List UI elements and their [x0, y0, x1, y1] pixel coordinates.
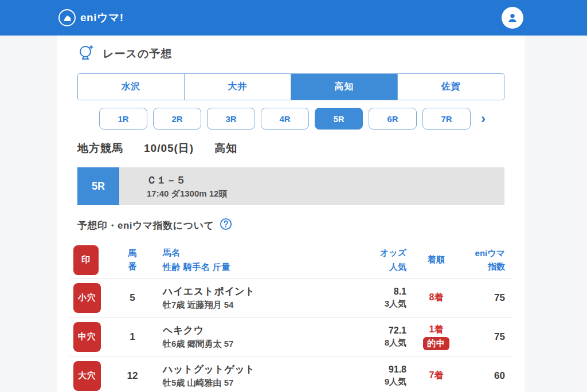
- finish-position: 1着: [429, 324, 444, 336]
- race-track: 高知: [214, 141, 237, 156]
- race-banner: 5R Ｃ１－５ 17:40 ダ1300m 12頭: [77, 167, 504, 205]
- odds-value: 91.8: [349, 364, 406, 375]
- table-row[interactable]: 大穴 12 ハットグットゲット 牡5歳 山崎雅由 57 91.8 9人気 7着 …: [69, 356, 513, 392]
- header-horse-number: 馬 番: [118, 247, 147, 273]
- horse-number: 1: [118, 331, 147, 343]
- track-tab-大井[interactable]: 大井: [184, 74, 291, 100]
- race-tab-4R[interactable]: 4R: [261, 108, 309, 130]
- finish-position: 8着: [429, 292, 444, 304]
- race-category: 地方競馬: [77, 141, 123, 156]
- page-title-row: レースの予想: [77, 44, 504, 64]
- race-banner-body: Ｃ１－５ 17:40 ダ1300m 12頭: [119, 167, 504, 205]
- eniuma-index: 75: [466, 292, 508, 304]
- header-horse-name: 馬名 性齢 騎手名 斤量: [147, 246, 349, 274]
- horse-name: ハイエストポイント: [163, 285, 349, 298]
- section-title-row: 予想印・eniウマ指数について: [77, 218, 504, 233]
- header-result: 着順: [406, 253, 466, 266]
- track-tab-佐賀[interactable]: 佐賀: [397, 74, 504, 100]
- finish-position: 7着: [429, 370, 444, 382]
- table-row[interactable]: 中穴 1 ヘキクウ 牡6歳 郷間勇太 57 72.1 8人気 1着 的中 75: [69, 317, 513, 356]
- prediction-mark-badge: 大穴: [73, 361, 101, 391]
- prediction-mark-badge: 小穴: [73, 283, 101, 313]
- race-tab-7R[interactable]: 7R: [422, 108, 471, 130]
- horse-detail: 牡7歳 近藤翔月 54: [163, 300, 349, 311]
- header-index: eniウマ 指数: [466, 247, 508, 273]
- race-tab-6R[interactable]: 6R: [369, 108, 417, 130]
- table-body: 小穴 5 ハイエストポイント 牡7歳 近藤翔月 54 8.1 3人気 8着 75…: [69, 279, 513, 392]
- table-header-row: 印 馬 番 馬名 性齢 騎手名 斤量 オッズ 人気 着順: [69, 242, 513, 279]
- eniuma-index: 60: [466, 370, 508, 382]
- help-circle-icon[interactable]: [220, 218, 232, 233]
- race-meta-line: 地方競馬 10/05(日) 高知: [77, 141, 504, 156]
- table-row[interactable]: 小穴 5 ハイエストポイント 牡7歳 近藤翔月 54 8.1 3人気 8着 75: [69, 279, 513, 317]
- horse-detail: 牡5歳 山崎雅由 57: [163, 378, 349, 389]
- eniuma-index: 75: [466, 331, 508, 343]
- mark-header-badge: 印: [73, 245, 99, 275]
- horse-number: 12: [118, 370, 147, 382]
- app-header: eniウマ!: [0, 0, 587, 36]
- popularity: 9人気: [349, 377, 406, 387]
- prediction-table: 印 馬 番 馬名 性齢 騎手名 斤量 オッズ 人気 着順: [69, 242, 513, 392]
- app-logo[interactable]: eniウマ!: [58, 9, 124, 26]
- app-logo-text: eniウマ!: [80, 10, 124, 25]
- odds-value: 72.1: [349, 326, 406, 336]
- race-tab-list: 1R2R3R4R5R6R7R: [99, 108, 471, 130]
- race-tab-5R[interactable]: 5R: [315, 108, 363, 130]
- track-tab-高知[interactable]: 高知: [291, 74, 397, 100]
- horse-detail: 牡6歳 郷間勇太 57: [163, 339, 349, 350]
- page-title: レースの予想: [103, 46, 172, 61]
- race-date: 10/05(日): [144, 141, 194, 156]
- race-tab-2R[interactable]: 2R: [153, 108, 201, 130]
- track-tab-bar: 水沢大井高知佐賀: [77, 73, 504, 100]
- race-class: Ｃ１－５: [147, 174, 504, 187]
- horse-name: ハットグットゲット: [163, 363, 349, 376]
- popularity: 3人気: [349, 299, 406, 309]
- race-info: 17:40 ダ1300m 12頭: [147, 189, 504, 199]
- race-tab-row: 1R2R3R4R5R6R7R ›: [99, 108, 504, 130]
- race-tab-3R[interactable]: 3R: [207, 108, 255, 130]
- horse-head-icon: [58, 9, 76, 26]
- next-races-chevron-icon[interactable]: ›: [481, 112, 486, 126]
- header-odds: オッズ 人気: [349, 246, 406, 274]
- horse-name: ヘキクウ: [163, 324, 349, 337]
- crystal-ball-icon: [77, 44, 96, 64]
- header-mark: 印: [73, 245, 118, 275]
- popularity: 8人気: [349, 338, 406, 348]
- race-banner-number: 5R: [77, 167, 119, 205]
- main-card: レースの予想 水沢大井高知佐賀 1R2R3R4R5R6R7R › 地方競馬 10…: [57, 36, 525, 392]
- user-avatar-icon[interactable]: [502, 7, 523, 29]
- horse-number: 5: [118, 292, 147, 304]
- race-tab-1R[interactable]: 1R: [99, 108, 147, 130]
- app-header-inner: eniウマ!: [57, 0, 525, 36]
- prediction-mark-badge: 中穴: [73, 322, 101, 352]
- odds-value: 8.1: [349, 287, 406, 297]
- track-tab-水沢[interactable]: 水沢: [78, 74, 184, 100]
- section-title: 予想印・eniウマ指数について: [77, 219, 214, 232]
- hit-badge: 的中: [423, 337, 449, 350]
